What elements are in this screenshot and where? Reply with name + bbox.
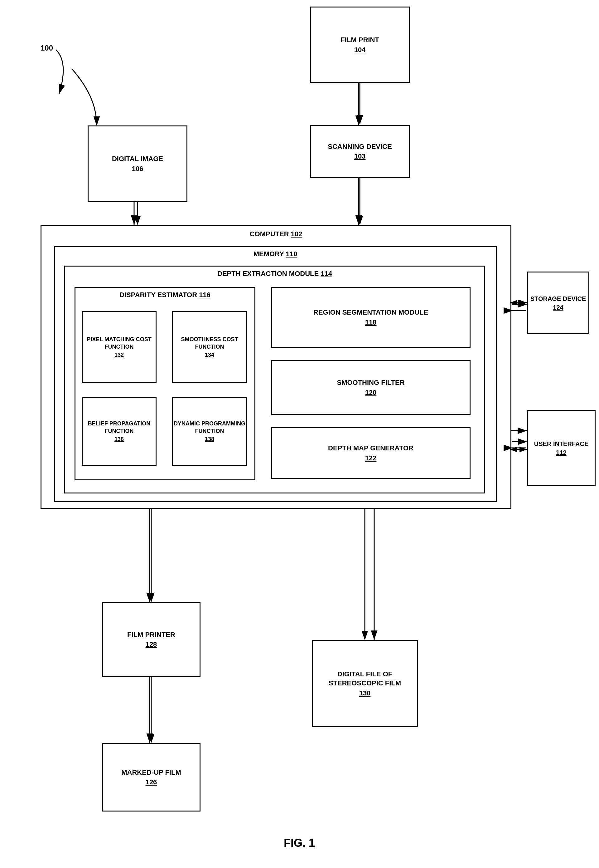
smoothness-cost-box: SMOOTHNESS COST FUNCTION 134 — [172, 311, 247, 383]
computer-label: COMPUTER 102 — [250, 230, 303, 238]
digital-image-box: DIGITAL IMAGE 106 — [87, 125, 187, 202]
pixel-matching-box: PIXEL MATCHING COST FUNCTION 132 — [82, 311, 157, 383]
digital-file-label: DIGITAL FILE OF STEREOSCOPIC FILM — [313, 670, 417, 688]
user-interface-box: USER INTERFACE 112 — [527, 410, 596, 486]
user-interface-number: 112 — [556, 449, 566, 456]
digital-image-label: DIGITAL IMAGE — [112, 154, 163, 163]
digital-file-number: 130 — [359, 689, 371, 697]
film-printer-box: FILM PRINTER 128 — [102, 602, 200, 677]
smoothing-filter-box: SMOOTHING FILTER 120 — [271, 360, 471, 415]
region-segmentation-number: 118 — [365, 319, 377, 326]
storage-device-number: 124 — [553, 304, 563, 311]
depth-map-number: 122 — [365, 454, 377, 462]
depth-map-label: DEPTH MAP GENERATOR — [328, 444, 414, 453]
memory-label: MEMORY 110 — [253, 250, 298, 258]
smoothing-filter-number: 120 — [365, 389, 377, 397]
disparity-estimator-label: DISPARITY ESTIMATOR 116 — [84, 291, 246, 299]
depth-extraction-box: DEPTH EXTRACTION MODULE 114 DISPARITY ES… — [64, 266, 485, 494]
scanning-device-box: SCANNING DEVICE 103 — [310, 125, 410, 178]
film-printer-label: FILM PRINTER — [127, 631, 175, 640]
pixel-matching-label: PIXEL MATCHING COST FUNCTION — [83, 336, 156, 350]
marked-up-film-number: 126 — [146, 778, 157, 786]
depth-map-box: DEPTH MAP GENERATOR 122 — [271, 427, 471, 479]
marked-up-film-label: MARKED-UP FILM — [121, 768, 181, 777]
user-interface-arrow-svg — [508, 443, 530, 456]
scanning-device-number: 103 — [354, 152, 366, 160]
film-printer-number: 128 — [146, 640, 157, 649]
smoothing-filter-label: SMOOTHING FILTER — [337, 378, 405, 387]
storage-device-label: STORAGE DEVICE — [530, 294, 586, 303]
dynamic-programming-label: DYNAMIC PROGRAMMING FUNCTION — [173, 420, 246, 435]
digital-file-box: DIGITAL FILE OF STEREOSCOPIC FILM 130 — [312, 640, 418, 727]
storage-device-box: STORAGE DEVICE 124 — [527, 272, 589, 334]
dynamic-programming-box: DYNAMIC PROGRAMMING FUNCTION 138 — [172, 397, 247, 466]
depth-extraction-label: DEPTH EXTRACTION MODULE 114 — [65, 270, 484, 278]
film-print-number: 104 — [354, 46, 366, 54]
region-segmentation-box: REGION SEGMENTATION MODULE 118 — [271, 287, 471, 348]
belief-propagation-label: BELIEF PROPAGATION FUNCTION — [83, 420, 156, 435]
scanning-device-label: SCANNING DEVICE — [328, 142, 392, 151]
marked-up-film-box: MARKED-UP FILM 126 — [102, 743, 200, 812]
disparity-estimator-box: DISPARITY ESTIMATOR 116 PIXEL MATCHING C… — [75, 287, 255, 480]
storage-arrow-svg — [508, 296, 530, 309]
film-print-label: FILM PRINT — [340, 36, 379, 45]
computer-box: COMPUTER 102 MEMORY 110 DEPTH EXTRACTION… — [41, 225, 512, 509]
diagram: 100 FILM PRINT 104 SCANNING DEVICE 103 D… — [0, 0, 599, 868]
ref-arrow-100 — [31, 44, 93, 106]
film-print-box: FILM PRINT 104 — [310, 6, 410, 83]
memory-box: MEMORY 110 DEPTH EXTRACTION MODULE 114 D… — [54, 246, 497, 502]
belief-propagation-box: BELIEF PROPAGATION FUNCTION 136 — [82, 397, 157, 466]
user-interface-label: USER INTERFACE — [534, 440, 588, 448]
belief-propagation-number: 136 — [114, 436, 124, 442]
pixel-matching-number: 132 — [114, 352, 124, 358]
smoothness-cost-label: SMOOTHNESS COST FUNCTION — [173, 336, 246, 350]
fig-caption: FIG. 1 — [250, 836, 349, 850]
smoothness-cost-number: 134 — [205, 352, 214, 358]
dynamic-programming-number: 138 — [205, 436, 214, 442]
region-segmentation-label: REGION SEGMENTATION MODULE — [313, 308, 428, 317]
digital-image-number: 106 — [132, 165, 143, 173]
